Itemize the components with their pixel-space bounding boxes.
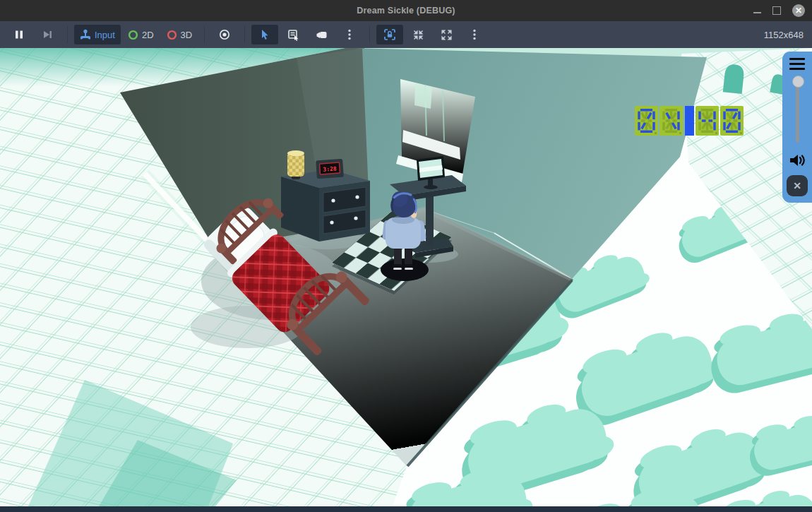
- close-button[interactable]: ✕: [792, 4, 805, 17]
- slider-track: [796, 81, 799, 143]
- 2d-ring-icon: [128, 30, 138, 40]
- lamp: [287, 150, 304, 179]
- 3d-ring-icon: [167, 30, 177, 40]
- slider-thumb[interactable]: [792, 76, 804, 88]
- window-options-menu-button[interactable]: [461, 25, 488, 44]
- clock-separator: [685, 106, 694, 136]
- alarm-clock: 3:28: [316, 159, 344, 179]
- camera-icon: [316, 30, 328, 40]
- pause-button[interactable]: [6, 25, 32, 44]
- 2d-view-button[interactable]: 2D: [122, 25, 160, 44]
- alarm-time: 3:28: [323, 165, 337, 172]
- clock-digit: [695, 106, 719, 136]
- input-mode-label: Input: [95, 30, 115, 40]
- maximize-button[interactable]: [772, 6, 781, 15]
- debug-options-menu-button[interactable]: [336, 25, 363, 44]
- cursor-icon: [259, 29, 270, 40]
- shrink-window-button[interactable]: [405, 25, 431, 44]
- expand-window-button[interactable]: [433, 25, 460, 44]
- next-frame-icon: [42, 30, 52, 40]
- 2d-view-label: 2D: [142, 30, 154, 40]
- pause-icon: [14, 30, 24, 40]
- toolbar-separator: [369, 26, 370, 43]
- dresser: [281, 169, 370, 242]
- hud-clock: [635, 106, 745, 136]
- clock-digit: [659, 106, 683, 136]
- hud-close-button[interactable]: ✕: [787, 175, 808, 196]
- clock-digit: [635, 106, 658, 136]
- toolbar-separator: [204, 26, 205, 43]
- lock-frame-icon: [383, 28, 396, 41]
- app-window: Dream Sickle (DEBUG) ✕ Input 2D: [0, 0, 812, 512]
- kebab-menu-icon: [347, 29, 352, 40]
- target-icon: [219, 29, 230, 40]
- window-title: Dream Sickle (DEBUG): [0, 6, 812, 16]
- embed-lock-button[interactable]: [376, 25, 403, 44]
- 3d-view-label: 3D: [181, 30, 193, 40]
- joystick-icon: [80, 29, 91, 40]
- toolbar-separator: [244, 26, 245, 43]
- speaker-icon[interactable]: [788, 152, 806, 169]
- clock-digit: [720, 106, 744, 136]
- game-viewport[interactable]: 3:28: [0, 48, 812, 506]
- shrink-arrows-icon: [412, 29, 424, 41]
- toolbar-separator: [67, 26, 68, 43]
- select-cursor-button[interactable]: [251, 25, 278, 44]
- node-picker-button[interactable]: [280, 25, 306, 44]
- hud-control-panel: ✕: [782, 52, 812, 203]
- menu-button[interactable]: [789, 58, 805, 70]
- camera-override-button[interactable]: [308, 25, 335, 44]
- input-mode-button[interactable]: Input: [74, 25, 121, 44]
- volume-slider[interactable]: [792, 76, 803, 148]
- debug-toolbar: Input 2D 3D: [0, 21, 812, 48]
- bottom-strip: [0, 506, 812, 512]
- node-list-cursor-icon: [287, 29, 299, 41]
- resolution-label: 1152x648: [764, 30, 804, 40]
- expand-arrows-icon: [441, 29, 453, 41]
- debug-target-button[interactable]: [211, 25, 238, 44]
- 3d-view-button[interactable]: 3D: [161, 25, 198, 44]
- minimize-button[interactable]: [753, 12, 761, 13]
- kebab-menu-icon: [472, 29, 477, 40]
- next-frame-button[interactable]: [34, 25, 61, 44]
- titlebar: Dream Sickle (DEBUG) ✕: [0, 0, 812, 21]
